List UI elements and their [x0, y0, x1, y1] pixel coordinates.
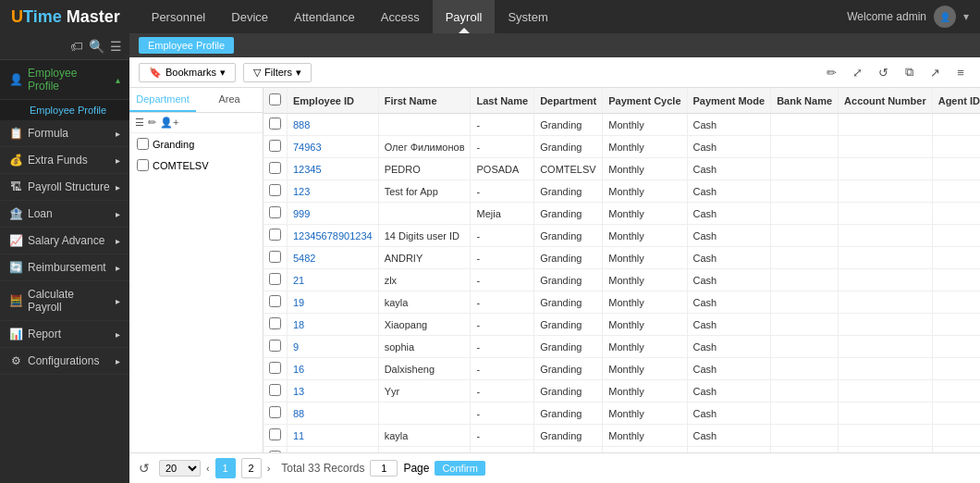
expand-icon[interactable]: ⤢ [847, 62, 867, 82]
breadcrumb-tab[interactable]: Employee Profile [139, 37, 234, 54]
sidebar-item-loan[interactable]: 🏦 Loan ▸ [0, 201, 129, 228]
edit-icon[interactable]: ✏ [821, 62, 841, 82]
dept-item-comtelsv[interactable]: COMTELSV [129, 155, 263, 176]
row-checkbox[interactable] [269, 362, 281, 374]
row-checkbox[interactable] [269, 273, 281, 285]
row-payment-cycle: Monthly [603, 225, 687, 247]
nav-access[interactable]: Access [368, 0, 433, 33]
row-first-name: ANDRIY [378, 247, 471, 269]
chevron-right-icon: › [267, 463, 271, 474]
add-dept-icon[interactable]: 👤+ [160, 117, 178, 129]
sidebar-item-report[interactable]: 📊 Report ▸ [0, 321, 129, 348]
row-checkbox[interactable] [269, 206, 281, 218]
share-icon[interactable]: ↗ [925, 62, 945, 82]
sidebar-sub-item-employee-profile[interactable]: Employee Profile [22, 100, 129, 120]
sidebar-item-calculate-payroll[interactable]: 🧮 Calculate Payroll ▸ [0, 281, 129, 321]
row-last-name: - [471, 291, 534, 314]
row-last-name: - [471, 358, 534, 380]
dept-checkbox-comtelsv[interactable] [137, 159, 149, 171]
row-checkbox[interactable] [269, 140, 281, 152]
row-payment-cycle: Monthly [603, 136, 687, 158]
copy-icon[interactable]: ⧉ [899, 62, 919, 82]
row-payment-cycle: Monthly [603, 114, 687, 136]
row-account-number [839, 402, 933, 425]
table-row: 11 kayla - Granding Monthly Cash ✔ [263, 425, 980, 447]
confirm-button[interactable]: Confirm [435, 461, 485, 476]
more-icon[interactable]: ≡ [950, 62, 971, 82]
row-checkbox[interactable] [269, 317, 281, 329]
sidebar-item-employee-profile[interactable]: 👤 Employee Profile ▴ [0, 60, 129, 100]
sidebar-item-configurations[interactable]: ⚙ Configurations ▸ [0, 348, 129, 375]
tab-area[interactable]: Area [196, 88, 263, 112]
sidebar-item-extra-funds[interactable]: 💰 Extra Funds ▸ [0, 147, 129, 174]
menu-icon[interactable]: ☰ [110, 39, 122, 54]
row-department: Granding [534, 402, 603, 425]
tab-department[interactable]: Department [129, 88, 196, 112]
sidebar-item-salary-advance[interactable]: 📈 Salary Advance ▸ [0, 228, 129, 254]
avatar[interactable]: 👤 [934, 6, 956, 28]
page-1-button[interactable]: 1 [215, 458, 236, 478]
row-bank-name [771, 158, 839, 180]
row-first-name: Олег Филимонов [378, 136, 471, 158]
row-checkbox[interactable] [269, 295, 281, 307]
row-account-number [839, 158, 933, 180]
refresh-icon[interactable]: ↺ [873, 62, 893, 82]
row-payment-mode: Cash [687, 180, 771, 203]
chevron-right-icon: ▸ [116, 209, 120, 219]
row-checkbox[interactable] [269, 406, 281, 418]
row-checkbox[interactable] [269, 229, 281, 241]
nav-personnel[interactable]: Personnel [139, 0, 219, 33]
sidebar-item-label: Reimbursement [28, 261, 106, 274]
row-bank-name [771, 425, 839, 447]
row-employee-id: 11 [288, 425, 379, 447]
chevron-down-icon: ▾ [963, 10, 969, 23]
row-bank-name [771, 358, 839, 380]
table-row: 88 - Granding Monthly Cash ✔ [263, 402, 980, 425]
nav-system[interactable]: System [495, 0, 560, 33]
sidebar: 🏷 🔍 ☰ 👤 Employee Profile ▴ Employee Prof… [0, 33, 129, 483]
sidebar-item-label: Configurations [28, 354, 99, 367]
table-row: 5482 ANDRIY - Granding Monthly Cash ✔ [263, 247, 980, 269]
row-checkbox[interactable] [269, 251, 281, 263]
chevron-right-icon: ▸ [116, 182, 120, 192]
row-payment-cycle: Monthly [603, 203, 687, 225]
row-checkbox[interactable] [269, 428, 281, 440]
pagination-bar: ↺ 20 50 100 ‹ 1 2 › Total 33 Records Pag… [129, 452, 980, 483]
chevron-right-icon: ▸ [116, 155, 120, 166]
search-icon[interactable]: 🔍 [89, 39, 104, 54]
col-employee-id: Employee ID [288, 88, 379, 114]
row-first-name [378, 114, 471, 136]
row-checkbox[interactable] [269, 340, 281, 352]
row-account-number [839, 180, 933, 203]
row-checkbox[interactable] [269, 184, 281, 196]
row-last-name: - [471, 402, 534, 425]
row-account-number [839, 358, 933, 380]
sidebar-item-payroll-structure[interactable]: 🏗 Payroll Structure ▸ [0, 174, 129, 201]
row-bank-name [771, 380, 839, 402]
nav-attendance[interactable]: Attendance [281, 0, 368, 33]
row-first-name: sophia [378, 336, 471, 358]
bookmarks-button[interactable]: 🔖 Bookmarks ▾ [139, 63, 236, 82]
refresh-pagination-icon[interactable]: ↺ [139, 461, 150, 476]
tag-icon[interactable]: 🏷 [70, 39, 83, 54]
edit-dept-icon[interactable]: ✏ [148, 117, 156, 129]
row-checkbox[interactable] [269, 118, 281, 130]
row-checkbox[interactable] [269, 162, 281, 174]
nav-payroll[interactable]: Payroll [433, 0, 496, 33]
sidebar-item-reimbursement[interactable]: 🔄 Reimbursement ▸ [0, 254, 129, 281]
nav-device[interactable]: Device [218, 0, 281, 33]
sidebar-item-formula[interactable]: 📋 Formula ▸ [0, 120, 129, 147]
page-size-select[interactable]: 20 50 100 [159, 460, 201, 477]
dept-checkbox-granding[interactable] [137, 138, 149, 150]
filters-button[interactable]: ▽ Filters ▾ [243, 63, 312, 82]
dept-item-granding[interactable]: Granding [129, 133, 263, 155]
table-area: Employee ID First Name Last Name Departm… [263, 88, 980, 452]
chevron-up-icon: ▴ [116, 75, 120, 85]
select-all-checkbox[interactable] [269, 93, 281, 105]
row-checkbox[interactable] [269, 384, 281, 396]
page-number-input[interactable] [370, 460, 398, 477]
row-payment-cycle: Monthly [603, 158, 687, 180]
list-icon[interactable]: ☰ [135, 117, 144, 129]
row-payment-cycle: Monthly [603, 425, 687, 447]
page-2-button[interactable]: 2 [241, 458, 262, 478]
